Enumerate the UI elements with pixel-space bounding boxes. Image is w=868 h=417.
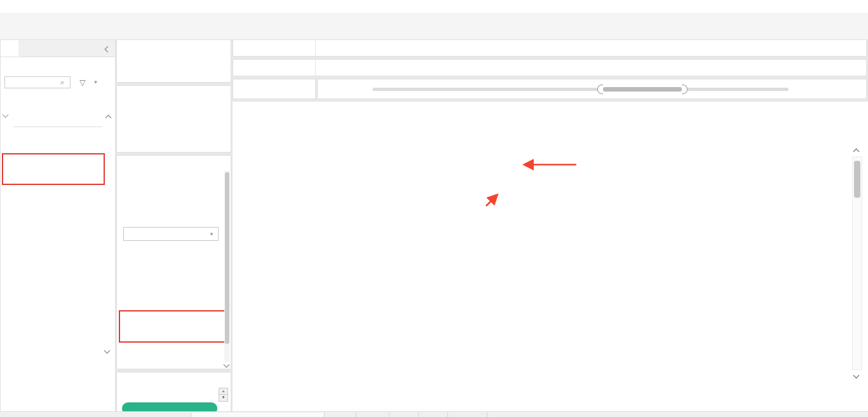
columns-shelf[interactable] [233, 39, 867, 57]
view-options-caret[interactable]: ▼ [93, 79, 98, 85]
tab-data[interactable] [1, 40, 18, 57]
fields-scroll-up-icon[interactable] [106, 114, 111, 121]
collapse-pane-icon[interactable] [105, 40, 115, 57]
viz-area [233, 102, 868, 412]
search-icon: ⌕ [60, 78, 64, 86]
status-strip [0, 411, 868, 417]
mark-type-dropdown[interactable]: ▼ [123, 227, 219, 241]
measure-values-card: ▲ ▼ [116, 372, 231, 412]
columns-shelf-label [233, 40, 316, 56]
slider-handle-right[interactable] [682, 85, 688, 94]
data-pane-tabs [1, 40, 115, 57]
mark-type-caret: ▼ [209, 231, 214, 237]
data-pane: ⌕ ▽ ▼ [0, 39, 116, 412]
marks-scrollbar[interactable] [224, 171, 229, 362]
datasource-row[interactable] [1, 57, 115, 72]
annotation-box-fields [2, 153, 105, 185]
viz-scroll-down-icon[interactable] [854, 371, 858, 379]
toolbar [0, 14, 868, 39]
measure-values-pill-clipped[interactable] [122, 402, 217, 412]
fields-scroll-down-icon[interactable] [105, 346, 109, 354]
date-filter-label[interactable] [233, 79, 316, 99]
slider-selected-range[interactable] [603, 87, 682, 92]
filter-fields-icon[interactable]: ▽ [79, 78, 85, 87]
tableau-window: ⌕ ▽ ▼ ▼ [0, 0, 868, 417]
folder-multishape-chart[interactable] [3, 113, 15, 117]
search-row: ⌕ ▽ ▼ [4, 76, 112, 89]
viz-scroll-up-icon[interactable] [854, 147, 858, 155]
marks-scroll-down-icon[interactable] [224, 360, 229, 368]
rows-shelf[interactable] [233, 59, 867, 76]
rows-shelf-label [233, 60, 316, 76]
annotation-box-marks [119, 310, 227, 343]
annotation-arrows [467, 146, 629, 261]
filters-card[interactable] [116, 85, 231, 153]
measure-values-scroll-buttons[interactable]: ▲ ▼ [219, 388, 228, 402]
viz-scrollbar[interactable] [852, 156, 862, 370]
marks-card: ▼ [116, 155, 231, 369]
slider-track[interactable] [372, 88, 789, 91]
menu-bar [0, 0, 868, 14]
field-separator [13, 126, 102, 127]
slider-handle-left[interactable] [597, 85, 603, 94]
pages-card[interactable] [116, 39, 231, 83]
date-filter-slider [317, 79, 867, 99]
tab-analytics[interactable] [18, 40, 36, 57]
